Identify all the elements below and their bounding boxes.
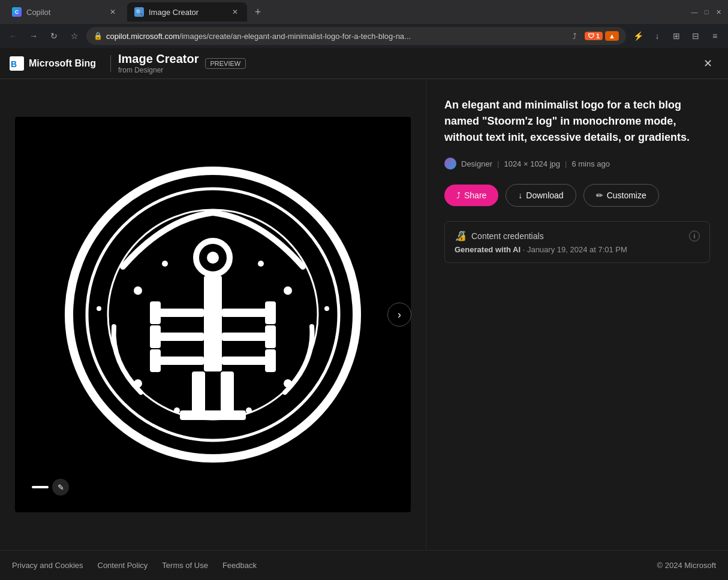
svg-rect-9 (156, 309, 204, 317)
menu-button[interactable]: ≡ (706, 28, 723, 44)
refresh-button[interactable]: ↻ (46, 28, 62, 44)
feedback-link[interactable]: Feedback (222, 561, 257, 570)
svg-point-32 (246, 407, 252, 413)
tab-copilot[interactable]: C Copilot ✕ (5, 2, 125, 22)
tab-image-creator[interactable]: 🔍 Image Creator ✕ (127, 2, 247, 22)
sidebar-button[interactable]: ⊟ (687, 28, 704, 44)
customize-button[interactable]: ✏ Customize (583, 184, 659, 207)
customize-label: Customize (607, 191, 646, 200)
svg-rect-24 (209, 410, 246, 420)
action-buttons: ⤴ Share ↓ Download ✏ Customize (444, 184, 710, 207)
window-restore[interactable]: □ (702, 7, 711, 17)
download-button[interactable]: ↓ Download (506, 184, 576, 207)
svg-point-25 (134, 286, 142, 295)
bing-logo-icon: B (10, 56, 24, 71)
copilot-tab-title: Copilot (26, 8, 103, 17)
download-label: Download (526, 191, 563, 200)
copyright-text: © 2024 Microsoft (657, 561, 716, 570)
nav-bar: ← → ↻ ☆ 🔒 copilot.microsoft.com/images/c… (0, 24, 728, 48)
svg-text:B: B (11, 59, 17, 69)
address-text: copilot.microsoft.com/images/create/an-e… (106, 32, 564, 41)
bing-logo-text: Microsoft Bing (29, 58, 96, 69)
footer: Privacy and Cookies Content Policy Terms… (0, 550, 728, 580)
preview-badge: PREVIEW (205, 58, 246, 69)
window-controls: — □ ✕ (690, 7, 723, 17)
svg-rect-8 (204, 276, 222, 371)
image-creator-header: Image Creator from Designer (118, 52, 199, 74)
svg-rect-11 (156, 357, 204, 365)
brave-shield-badge[interactable]: 🛡 1 (585, 32, 603, 40)
credentials-info-button[interactable]: i (689, 231, 700, 241)
credentials-box: 🔏 Content credentials i Generated with A… (444, 221, 710, 263)
svg-rect-14 (222, 357, 270, 365)
credentials-detail: Generated with AI · January 19, 2024 at … (455, 245, 700, 254)
share-button[interactable]: ⤴ Share (444, 185, 498, 206)
address-path: /images/create/an-elegant-and-minimalist… (179, 32, 411, 41)
svg-point-33 (145, 240, 149, 245)
forward-button[interactable]: → (25, 28, 42, 44)
generated-image (45, 147, 381, 482)
svg-point-34 (276, 240, 281, 245)
image-container: ✎ (15, 117, 411, 512)
copilot-tab-close[interactable]: ✕ (108, 7, 118, 17)
image-creator-tab-title: Image Creator (149, 8, 225, 17)
svg-point-7 (207, 252, 219, 264)
address-bar[interactable]: 🔒 copilot.microsoft.com/images/create/an… (86, 27, 626, 45)
svg-rect-17 (150, 349, 161, 372)
content-policy-link[interactable]: Content Policy (98, 561, 148, 570)
svg-rect-10 (156, 333, 204, 341)
credentials-title-text: Content credentials (471, 231, 544, 241)
new-tab-button[interactable]: + (249, 4, 266, 20)
svg-point-36 (97, 306, 101, 311)
bing-logo[interactable]: B Microsoft Bing (10, 56, 96, 71)
copilot-tab-icon: C (12, 7, 22, 17)
credentials-date: January 19, 2024 at 7:01 PM (527, 245, 627, 254)
svg-rect-12 (222, 309, 270, 317)
browser-chrome: C Copilot ✕ 🔍 Image Creator ✕ + — □ ✕ ← … (0, 0, 728, 48)
close-page-button[interactable]: ✕ (697, 53, 718, 74)
split-view-button[interactable]: ⊞ (668, 28, 685, 44)
image-panel: ✎ › (0, 79, 426, 550)
image-creator-tab-close[interactable]: ✕ (230, 7, 240, 17)
address-domain: copilot.microsoft.com (106, 32, 179, 41)
svg-point-29 (162, 261, 168, 267)
page-content: B Microsoft Bing Image Creator from Desi… (0, 48, 728, 580)
browser-toolbar: ⚡ ↓ ⊞ ⊟ ≡ (630, 28, 723, 44)
svg-point-26 (134, 379, 142, 388)
window-close[interactable]: ✕ (714, 7, 723, 17)
privacy-cookies-link[interactable]: Privacy and Cookies (12, 561, 83, 570)
svg-point-27 (284, 286, 292, 295)
svg-rect-22 (221, 371, 234, 413)
downloads-button[interactable]: ↓ (649, 28, 666, 44)
bookmark-button[interactable]: ☆ (66, 28, 83, 44)
image-bottom-bar: ✎ (32, 479, 69, 496)
back-button[interactable]: ← (5, 28, 22, 44)
image-action-button[interactable]: ✎ (52, 479, 69, 496)
svg-point-31 (174, 407, 180, 413)
header-divider (110, 55, 111, 72)
customize-icon: ✏ (596, 191, 603, 200)
image-dimensions: 1024 × 1024 jpg (504, 159, 560, 168)
svg-rect-19 (265, 325, 276, 348)
svg-rect-18 (265, 301, 276, 324)
tab-bar: C Copilot ✕ 🔍 Image Creator ✕ + — □ ✕ (0, 0, 728, 24)
svg-point-28 (284, 379, 292, 388)
credentials-title: 🔏 Content credentials (455, 230, 544, 241)
credentials-icon: 🔏 (455, 230, 467, 241)
share-icon: ⤴ (456, 191, 461, 200)
svg-rect-16 (150, 325, 161, 348)
image-creator-tab-icon: 🔍 (134, 7, 144, 17)
terms-of-use-link[interactable]: Terms of Use (162, 561, 208, 570)
svg-rect-15 (150, 301, 161, 324)
window-minimize[interactable]: — (690, 7, 699, 17)
extensions-button[interactable]: ⚡ (630, 28, 646, 44)
svg-rect-20 (265, 349, 276, 372)
svg-point-30 (258, 261, 264, 267)
brave-icon[interactable]: ▲ (605, 31, 619, 41)
next-image-button[interactable]: › (387, 303, 411, 327)
image-creator-subtitle: from Designer (118, 66, 199, 74)
generated-label: Generated with AI (455, 245, 521, 254)
share-page-button[interactable]: ⤴ (568, 29, 582, 43)
meta-sep-2: | (565, 159, 567, 168)
svg-rect-13 (222, 333, 270, 341)
